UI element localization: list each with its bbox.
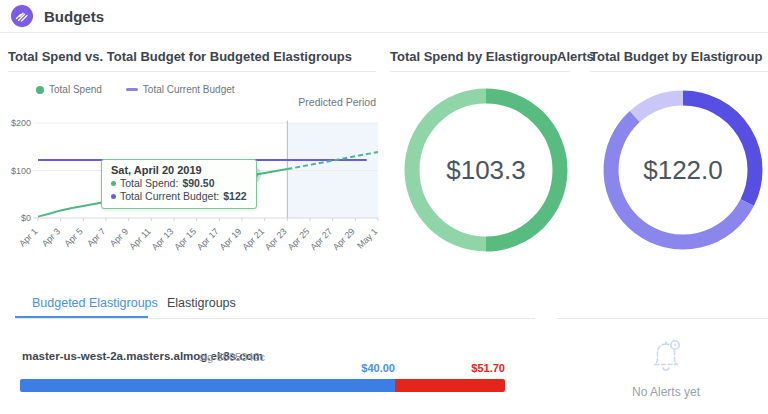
tooltip-label: Total Spend: [120, 177, 178, 190]
legend-label: Total Current Budget [143, 84, 235, 95]
total-amount-label: $51.70 [405, 362, 505, 374]
tab-budgeted-elastigroups[interactable]: Budgeted Elastigroups [32, 296, 158, 310]
tooltip-date: Sat, April 20 2019 [111, 164, 247, 176]
legend-item-total-spend[interactable]: Total Spend [36, 84, 102, 95]
svg-text:Apr 1: Apr 1 [17, 226, 39, 248]
svg-text:Apr 7: Apr 7 [85, 226, 107, 248]
chart-tooltip: Sat, April 20 2019 Total Spend: $90.50 T… [101, 159, 257, 209]
svg-text:Apr 3: Apr 3 [40, 226, 62, 248]
spend-vs-budget-divider [8, 71, 376, 72]
svg-text:Apr 11: Apr 11 [127, 226, 152, 251]
svg-text:Apr 21: Apr 21 [240, 226, 266, 252]
spotinst-logo-icon [11, 5, 33, 27]
svg-text:Apr 5: Apr 5 [62, 226, 84, 248]
svg-text:Apr 15: Apr 15 [172, 226, 198, 252]
bell-icon [644, 336, 688, 376]
svg-text:Apr 29: Apr 29 [331, 226, 357, 252]
page-title: Budgets [44, 0, 104, 33]
tooltip-value: $122 [223, 190, 246, 203]
svg-text:$0: $0 [21, 213, 31, 223]
total-spend-dot-icon [36, 86, 44, 94]
alerts-title: Alerts [557, 49, 594, 64]
svg-text:Apr 13: Apr 13 [150, 226, 176, 252]
tooltip-label: Total Current Budget: [120, 190, 219, 203]
tooltip-row-spend: Total Spend: $90.50 [111, 177, 247, 190]
spend-amount-label: $40.00 [295, 362, 395, 374]
svg-text:May 1: May 1 [355, 226, 379, 250]
tab-elastigroups[interactable]: Elastigroups [167, 296, 236, 310]
budget-donut-divider [590, 71, 768, 72]
svg-text:Apr 25: Apr 25 [286, 226, 312, 252]
svg-text:$100: $100 [11, 166, 31, 176]
total-budget-value: $122.0 [613, 155, 753, 186]
budget-progress-bar [20, 379, 505, 392]
legend-item-total-current-budget[interactable]: Total Current Budget [126, 84, 235, 95]
bar-spend-segment [20, 379, 395, 392]
elastigroup-sig: sig-5505342c [199, 351, 265, 363]
svg-text:Apr 27: Apr 27 [308, 226, 334, 252]
svg-text:Apr 23: Apr 23 [263, 226, 289, 252]
spend-donut-title: Total Spend by Elastigroup [390, 49, 557, 64]
spend-vs-budget-title: Total Spend vs. Total Budget for Budgete… [8, 49, 352, 64]
alerts-divider [557, 318, 768, 319]
chart-legend: Total Spend Total Current Budget [36, 84, 235, 95]
svg-text:Apr 17: Apr 17 [195, 226, 221, 252]
tabs-divider [15, 318, 535, 319]
legend-label: Total Spend [49, 84, 102, 95]
tooltip-row-budget: Total Current Budget: $122 [111, 190, 247, 203]
budgets-dashboard: Budgets Total Spend vs. Total Budget for… [0, 0, 768, 414]
total-current-budget-dash-icon [126, 88, 138, 91]
bar-overage-segment [395, 379, 505, 392]
app-header: Budgets [0, 0, 768, 33]
spend-bullet-icon [111, 181, 116, 186]
no-alerts-text: No Alerts yet [596, 385, 736, 399]
budget-bullet-icon [111, 194, 116, 199]
svg-text:Apr 19: Apr 19 [218, 226, 244, 252]
tooltip-value: $90.50 [182, 177, 214, 190]
total-spend-value: $103.3 [416, 155, 556, 186]
spend-donut-divider [390, 71, 570, 72]
budget-donut-title: Total Budget by Elastigroup [590, 49, 762, 64]
svg-text:$200: $200 [11, 118, 31, 128]
predicted-period-label: Predicted Period [246, 96, 376, 108]
